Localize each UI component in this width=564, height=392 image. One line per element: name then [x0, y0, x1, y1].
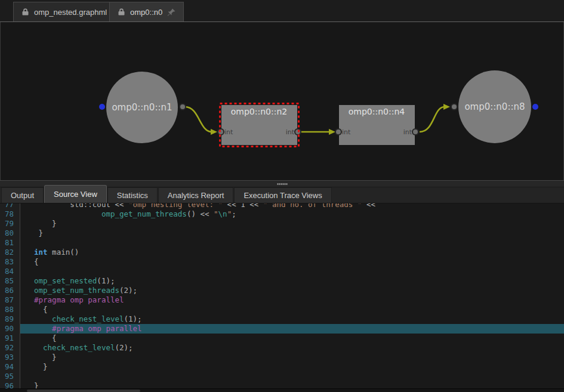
line-number: 87: [0, 295, 20, 305]
code-line[interactable]: 84: [0, 267, 564, 276]
tab-label: Statistics: [117, 191, 148, 200]
node-label: omp0::n0::n2: [231, 107, 287, 116]
code-line-text: }: [20, 362, 564, 372]
code-line-text: {: [20, 334, 564, 343]
code-line[interactable]: 89 check_nest_level(1);: [0, 314, 564, 324]
code-line-text: }: [20, 229, 564, 238]
line-number: 77: [0, 203, 20, 209]
node-label: omp0::n0::n4: [349, 107, 405, 116]
application-window: omp_nested.graphml omp0::n0: [0, 0, 564, 392]
tab-analytics-report[interactable]: Analytics Report: [158, 187, 234, 203]
code-line-text: int main(): [20, 248, 564, 257]
code-line[interactable]: 78 omp_get_num_threads() << "\n";: [0, 209, 564, 219]
code-line-text: [20, 238, 564, 248]
port-label-in: int: [224, 128, 233, 136]
graph-node-n4[interactable]: omp0::n0::n4 int int: [335, 105, 418, 145]
tab-label: omp0::n0: [130, 8, 162, 17]
code-line-text: std::cout << "omp nesting level: " << 1 …: [20, 203, 564, 209]
code-line[interactable]: 95: [0, 372, 564, 381]
line-number: 90: [0, 324, 20, 334]
tab-omp0-n0[interactable]: omp0::n0: [109, 2, 184, 21]
node-label: omp0::n0::n1: [112, 102, 172, 113]
code-line[interactable]: 77 std::cout << "omp nesting level: " <<…: [0, 203, 564, 209]
code-line[interactable]: 86omp_set_num_threads(2);: [0, 286, 564, 295]
line-number: 85: [0, 276, 20, 286]
line-number: 82: [0, 248, 20, 257]
edge-n4-n8[interactable]: [420, 104, 450, 132]
port-n8-in[interactable]: [451, 104, 457, 110]
code-line-text: omp_set_num_threads(2);: [20, 286, 564, 295]
document-tabbar: omp_nested.graphml omp0::n0: [0, 0, 564, 22]
code-lines: 77 std::cout << "omp nesting level: " <<…: [0, 203, 564, 391]
code-line[interactable]: 93 }: [0, 353, 564, 362]
line-number: 91: [0, 334, 20, 343]
scrollbar-thumb[interactable]: [27, 390, 140, 392]
code-line[interactable]: 79 }: [0, 219, 564, 229]
graph-node-n8[interactable]: omp0::n0::n8: [458, 70, 531, 143]
graph-canvas[interactable]: omp0::n0::n1 omp0::n0::n2 int int omp0::…: [0, 22, 564, 180]
tab-output[interactable]: Output: [1, 187, 44, 203]
line-number: 95: [0, 372, 20, 381]
horizontal-scrollbar[interactable]: [0, 388, 564, 392]
code-line-text: check_nest_level(1);: [20, 314, 564, 324]
code-line[interactable]: 82int main(): [0, 248, 564, 257]
line-number: 79: [0, 219, 20, 229]
code-line[interactable]: 87#pragma omp parallel: [0, 295, 564, 305]
tab-statistics[interactable]: Statistics: [107, 187, 158, 203]
code-line[interactable]: 94 }: [0, 362, 564, 372]
panel-tabbar: Output Source View Statistics Analytics …: [0, 187, 564, 203]
pin-icon[interactable]: [167, 8, 175, 16]
line-number: 89: [0, 314, 20, 324]
port-n4-in[interactable]: [335, 129, 341, 135]
code-line-text: }: [20, 353, 564, 362]
line-number: 94: [0, 362, 20, 372]
tab-label: omp_nested.graphml: [34, 8, 107, 17]
code-line[interactable]: 92 check_nest_level(2);: [0, 343, 564, 353]
code-line-text: {: [20, 257, 564, 267]
port-n1-out[interactable]: [180, 104, 186, 110]
line-number: 78: [0, 209, 20, 219]
tab-omp-nested-graphml[interactable]: omp_nested.graphml: [13, 2, 115, 21]
graph-node-n2[interactable]: omp0::n0::n2 int int: [218, 104, 301, 147]
line-number: 88: [0, 305, 20, 314]
anchor-dot-right[interactable]: [532, 104, 538, 110]
port-label-out: int: [403, 128, 412, 136]
line-number: 84: [0, 267, 20, 276]
code-line-text: omp_set_nested(1);: [20, 276, 564, 286]
code-line-text: #pragma omp parallel: [20, 295, 564, 305]
port-n4-out[interactable]: [412, 129, 418, 135]
code-line-text: omp_get_num_threads() << "\n";: [20, 209, 564, 219]
edge-n2-n4[interactable]: [301, 129, 335, 135]
code-line-text: check_nest_level(2);: [20, 343, 564, 353]
lock-icon: [118, 8, 125, 16]
code-line-text: {: [20, 305, 564, 314]
port-label-out: int: [286, 128, 295, 136]
source-code-editor[interactable]: 77 std::cout << "omp nesting level: " <<…: [0, 203, 564, 392]
edge-n1-n2[interactable]: [185, 107, 217, 135]
code-line[interactable]: 88 {: [0, 305, 564, 314]
tab-label: Source View: [54, 190, 97, 199]
code-line-text: [20, 372, 564, 381]
code-line[interactable]: 80 }: [0, 229, 564, 238]
port-label-in: int: [342, 128, 351, 136]
tab-label: Output: [11, 191, 34, 200]
line-number: 81: [0, 238, 20, 248]
line-number: 80: [0, 229, 20, 238]
code-line[interactable]: 81: [0, 238, 564, 248]
code-line[interactable]: 85omp_set_nested(1);: [0, 276, 564, 286]
line-number: 92: [0, 343, 20, 353]
tab-execution-trace-views[interactable]: Execution Trace Views: [234, 187, 331, 203]
code-line-text: [20, 267, 564, 276]
graph-node-n1[interactable]: omp0::n0::n1: [106, 72, 178, 143]
tab-label: Execution Trace Views: [244, 191, 322, 200]
code-line-text: }: [20, 219, 564, 229]
tab-source-view[interactable]: Source View: [44, 185, 107, 203]
highlighted-code-line-text: #pragma omp parallel: [20, 324, 564, 334]
code-line[interactable]: 83{: [0, 257, 564, 267]
code-line[interactable]: 91 {: [0, 334, 564, 343]
anchor-dot-left[interactable]: [99, 104, 105, 110]
splitter-grip-icon[interactable]: [277, 183, 287, 185]
lock-icon: [21, 8, 29, 16]
line-number: 93: [0, 353, 20, 362]
code-line[interactable]: 90 #pragma omp parallel: [0, 324, 564, 334]
